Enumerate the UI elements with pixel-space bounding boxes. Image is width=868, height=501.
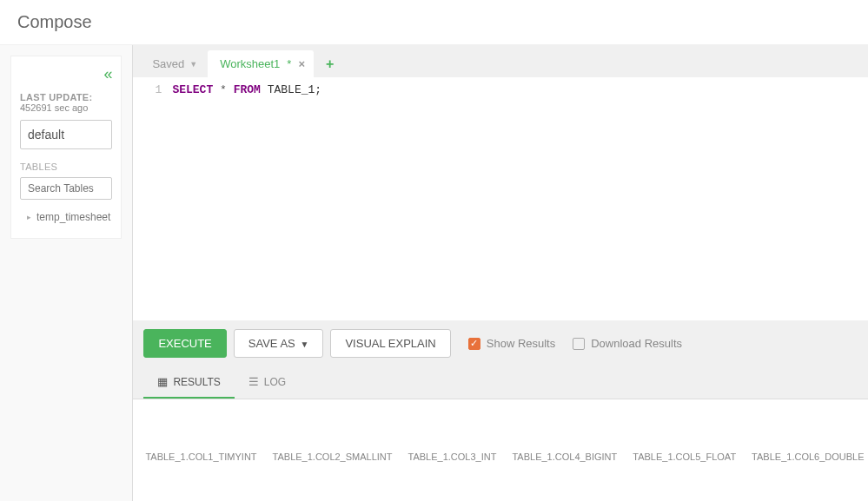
worksheet-tab-label: Worksheet1 bbox=[220, 57, 280, 70]
checkbox-unchecked-icon bbox=[573, 338, 585, 350]
column-header[interactable]: TABLE_1.COL4_BIGINT bbox=[512, 446, 633, 471]
last-update-text: LAST UPDATE: 452691 sec ago bbox=[20, 92, 112, 113]
table-item[interactable]: ▸ temp_timesheet bbox=[20, 208, 112, 226]
column-header[interactable]: TABLE_1.COL3_INT bbox=[408, 446, 513, 471]
chevron-down-icon: ▼ bbox=[298, 339, 309, 349]
kw-select: SELECT bbox=[172, 83, 213, 96]
worksheet-tab[interactable]: Worksheet1 * × bbox=[208, 50, 314, 77]
last-update-label: LAST UPDATE: bbox=[20, 92, 92, 102]
save-as-button[interactable]: SAVE AS ▼ bbox=[234, 329, 324, 358]
column-header[interactable]: TABLE_1.COL5_FLOAT bbox=[633, 446, 752, 471]
checkbox-checked-icon: ✓ bbox=[468, 338, 480, 350]
tab-log-label: LOG bbox=[264, 376, 286, 388]
column-header[interactable]: TABLE_1.COL2_SMALLINT bbox=[273, 446, 408, 471]
download-results-label: Download Results bbox=[591, 337, 682, 350]
tab-results[interactable]: ▦ RESULTS bbox=[143, 366, 234, 399]
table-icon: ▦ bbox=[157, 375, 168, 388]
show-results-label: Show Results bbox=[487, 337, 555, 350]
line-number: 1 bbox=[133, 82, 162, 97]
execute-button[interactable]: EXECUTE bbox=[143, 329, 226, 358]
database-input[interactable] bbox=[20, 120, 112, 149]
visual-explain-button[interactable]: VISUAL EXPLAIN bbox=[330, 329, 450, 358]
tab-log[interactable]: ☰ LOG bbox=[235, 366, 300, 399]
saved-label: Saved bbox=[152, 57, 184, 70]
results-tab-bar: ▦ RESULTS ☰ LOG bbox=[133, 366, 868, 399]
table-item-label: temp_timesheet bbox=[36, 211, 110, 223]
tab-results-label: RESULTS bbox=[173, 376, 220, 388]
results-table-scroll[interactable]: TABLE_1.COL1_TIMYINT TABLE_1.COL2_SMALLI… bbox=[145, 408, 868, 478]
column-header[interactable]: TABLE_1.COL1_TIMYINT bbox=[145, 446, 272, 471]
caret-right-icon: ▸ bbox=[27, 213, 31, 221]
sidebar: « LAST UPDATE: 452691 sec ago TABLES ▸ t… bbox=[0, 45, 132, 501]
kw-from: FROM bbox=[234, 83, 261, 96]
saved-queries-dropdown[interactable]: Saved ▼ bbox=[142, 50, 204, 77]
sql-editor[interactable]: 1 SELECT * FROM TABLE_1; bbox=[133, 77, 868, 320]
editor-gutter: 1 bbox=[133, 82, 172, 315]
results-area: TABLE_1.COL1_TIMYINT TABLE_1.COL2_SMALLI… bbox=[133, 399, 868, 501]
token-ident: TABLE_1; bbox=[268, 83, 321, 96]
results-header-row: TABLE_1.COL1_TIMYINT TABLE_1.COL2_SMALLI… bbox=[145, 446, 868, 471]
chevron-down-icon: ▼ bbox=[189, 60, 197, 69]
tables-search-input[interactable] bbox=[20, 177, 112, 200]
page-header: Compose bbox=[0, 0, 868, 45]
download-results-checkbox[interactable]: Download Results bbox=[573, 337, 682, 350]
editor-code[interactable]: SELECT * FROM TABLE_1; bbox=[172, 82, 321, 315]
show-results-checkbox[interactable]: ✓ Show Results bbox=[468, 337, 555, 350]
tables-section-label: TABLES bbox=[20, 162, 112, 172]
workspace: Saved ▼ Worksheet1 * × + 1 SELECT * FROM… bbox=[132, 45, 868, 501]
close-tab-icon[interactable]: × bbox=[298, 57, 305, 70]
add-tab-button[interactable]: + bbox=[317, 51, 342, 77]
column-header[interactable]: TABLE_1.COL6_DOUBLE bbox=[752, 446, 868, 471]
page-title: Compose bbox=[17, 12, 851, 32]
collapse-sidebar-icon[interactable]: « bbox=[20, 65, 112, 83]
worksheet-dirty-indicator: * bbox=[287, 57, 291, 70]
list-icon: ☰ bbox=[248, 375, 259, 388]
last-update-value: 452691 sec ago bbox=[20, 102, 88, 113]
tab-bar: Saved ▼ Worksheet1 * × + bbox=[133, 45, 868, 77]
sidebar-card: « LAST UPDATE: 452691 sec ago TABLES ▸ t… bbox=[10, 56, 122, 239]
action-bar: EXECUTE SAVE AS ▼ VISUAL EXPLAIN ✓ Show … bbox=[133, 320, 868, 366]
